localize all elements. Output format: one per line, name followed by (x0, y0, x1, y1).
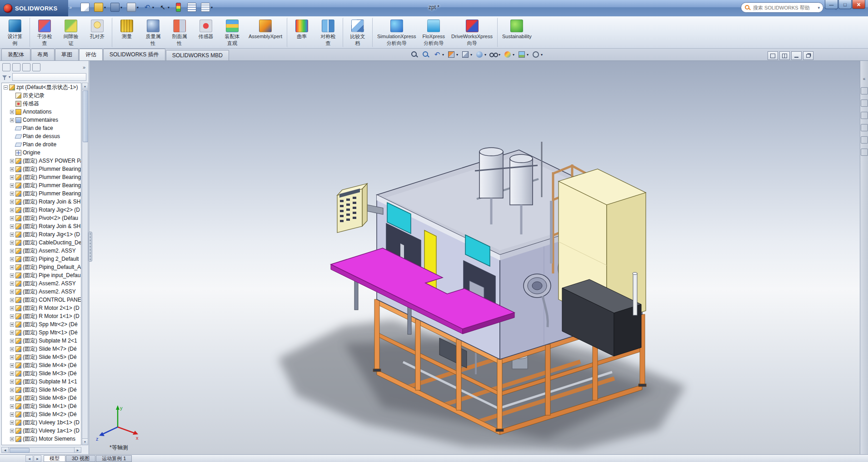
ribbon-tab[interactable]: 布局 (31, 49, 55, 60)
expand-icon[interactable] (10, 421, 14, 425)
view-tool-button[interactable] (422, 50, 430, 59)
fm-tab-icon[interactable] (12, 63, 20, 71)
tree-item[interactable]: (固定) Slide M<1> (Dé (2, 402, 81, 410)
panel-splitter[interactable] (88, 232, 92, 262)
viewport-window-button[interactable] (803, 51, 813, 60)
ribbon-tab[interactable]: SOLIDWORKS 插件 (103, 49, 165, 60)
filter-icon[interactable] (2, 75, 7, 78)
ribbon-button[interactable]: 干涉检 查 (30, 18, 58, 47)
ribbon-button[interactable]: 比较文 档 (343, 18, 371, 47)
menu-expand-icon[interactable]: » (69, 5, 72, 10)
expand-icon[interactable] (10, 257, 14, 261)
tree-item[interactable]: (固定) Assem2. ASSY (2, 279, 81, 288)
expand-icon[interactable] (10, 118, 14, 122)
view-tool-button[interactable] (475, 50, 486, 59)
expand-icon[interactable] (10, 388, 14, 392)
view-tool-button[interactable] (410, 50, 419, 59)
viewport-window-button[interactable] (779, 51, 790, 60)
tree-item[interactable]: (固定) Subplate M 1<1 (2, 378, 81, 386)
tree-item[interactable]: (固定) Vuleey 1a<1> (D (2, 427, 81, 435)
quick-access-button[interactable] (142, 2, 155, 12)
expand-icon[interactable] (10, 314, 14, 318)
ribbon-button[interactable]: 间隙验 证 (58, 18, 84, 47)
ribbon-button[interactable]: 孔对齐 (84, 18, 110, 47)
tree-item[interactable]: (固定) Plummer Bearing (2, 173, 81, 181)
scroll-up-icon[interactable] (82, 83, 88, 89)
expand-icon[interactable] (10, 175, 14, 179)
tab-scroll-left-icon[interactable] (25, 455, 33, 462)
tree-item[interactable]: Plan de dessus (2, 132, 81, 140)
tab-scroll-right-icon[interactable] (34, 455, 41, 462)
ribbon-button[interactable]: FloXpress 分析向导 (419, 18, 449, 47)
scrollbar-thumb[interactable] (10, 448, 30, 453)
viewport-window-button[interactable] (791, 51, 802, 60)
expand-icon[interactable] (10, 339, 14, 343)
tree-item[interactable]: (固定) Slide M<4> (Dé (2, 361, 81, 369)
expand-icon[interactable] (10, 412, 14, 417)
quick-access-button[interactable] (110, 2, 123, 13)
expand-icon[interactable] (10, 306, 14, 310)
task-pane-icon[interactable] (861, 112, 868, 119)
close-button[interactable] (852, 0, 865, 9)
expand-icon[interactable] (10, 380, 14, 384)
tree-item[interactable]: (固定) Motor Siemens (2, 435, 81, 443)
task-pane-icon[interactable] (861, 124, 868, 131)
tree-item[interactable]: (固定) Slide M<8> (Dé (2, 386, 81, 394)
ribbon-button[interactable]: 质量属 性 (140, 18, 166, 47)
minimize-button[interactable] (825, 0, 838, 9)
tree-item[interactable]: (固定) Pivot<2> (Défau (2, 214, 81, 222)
fm-tab-icon[interactable] (2, 63, 10, 71)
tree-item[interactable]: (固定) Slide M<7> (Dé (2, 345, 81, 353)
ribbon-button[interactable]: 剖面属 性 (166, 18, 193, 47)
graphics-viewport[interactable]: y x z *等轴测 (90, 61, 860, 454)
view-tool-button[interactable] (461, 50, 472, 59)
expand-icon[interactable] (10, 224, 14, 229)
tree-item[interactable]: (固定) R Motor 2<1> (D (2, 304, 81, 312)
tree-item[interactable]: (固定) Plummer Bearing (2, 181, 81, 189)
search-chevron-icon[interactable]: ▾ (818, 5, 820, 10)
view-tool-button[interactable] (504, 50, 514, 59)
tree-item[interactable]: (固定) Spp Mtr<2> (Dé (2, 320, 81, 328)
ribbon-tab[interactable]: 装配体 (1, 49, 30, 60)
tree-item[interactable]: 历史记录 (2, 91, 81, 99)
view-tool-button[interactable] (489, 50, 500, 59)
help-search-box[interactable]: ▾ (741, 2, 823, 13)
view-tool-button[interactable] (518, 50, 529, 59)
scroll-left-icon[interactable] (2, 447, 9, 452)
task-pane-icon[interactable] (861, 136, 868, 144)
task-pane-icon[interactable] (861, 87, 868, 94)
tree-item[interactable]: (固定) R Motor 1<1> (D (2, 312, 81, 320)
expand-icon[interactable] (10, 216, 14, 220)
expand-icon[interactable] (10, 404, 14, 408)
quick-access-button[interactable] (158, 2, 170, 12)
expand-icon[interactable] (10, 298, 14, 302)
expand-icon[interactable] (10, 110, 14, 114)
filter-input[interactable] (12, 73, 86, 81)
expand-icon[interactable] (10, 347, 14, 351)
tree-item[interactable]: (固定) Assem2. ASSY (2, 288, 81, 296)
viewport-window-button[interactable] (768, 51, 778, 60)
ribbon-button[interactable]: SimulationXpress 分析向导 (372, 18, 419, 47)
fm-tab-icon[interactable] (22, 63, 30, 71)
ribbon-tab[interactable]: SOLIDWORKS MBD (166, 50, 229, 60)
expand-icon[interactable] (10, 363, 14, 368)
expand-icon[interactable] (10, 282, 14, 286)
tree-item[interactable]: (固定) ASSY POWER PA (2, 157, 81, 165)
tree-root-row[interactable]: zpt (Défaut<显示状态-1>) (2, 83, 81, 91)
quick-access-button[interactable] (126, 2, 140, 13)
tree-item[interactable]: (固定) Subplate M 2<1 (2, 337, 81, 345)
expand-icon[interactable] (10, 323, 14, 327)
search-input[interactable] (752, 5, 816, 11)
expand-icon[interactable] (10, 249, 14, 253)
view-tool-button[interactable] (433, 50, 444, 59)
tree-item[interactable]: Annotations (2, 108, 81, 116)
ribbon-button[interactable]: 测量 (112, 18, 140, 47)
ribbon-tab[interactable]: 草图 (55, 49, 79, 60)
tree-item[interactable]: (固定) Vuleey 1b<1> (D (2, 418, 81, 427)
expand-icon[interactable] (10, 200, 14, 204)
tree-item[interactable]: (固定) Rotary Jig<2> (D (2, 206, 81, 214)
tree-item[interactable]: 传感器 (2, 99, 81, 108)
expand-icon[interactable] (10, 429, 14, 433)
quick-access-button[interactable] (173, 2, 184, 13)
fm-overflow-button[interactable]: » (83, 65, 86, 70)
